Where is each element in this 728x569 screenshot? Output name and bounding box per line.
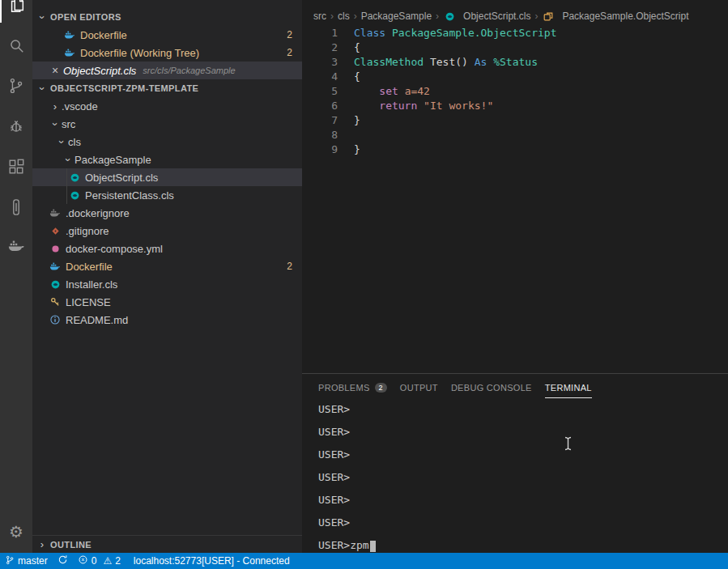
breadcrumb: src›cls›PackageSample›ObjectScript.cls›P…: [302, 6, 728, 26]
code-text: [338, 128, 354, 142]
activity-bar: ⚙: [0, 0, 32, 553]
activity-item-source-control[interactable]: [0, 71, 32, 104]
file-label: ObjectScript.cls: [85, 172, 158, 184]
breadcrumb-label: PackageSample.ObjectScript: [562, 11, 688, 22]
debug-icon: [7, 117, 25, 138]
file-item-persistentclass-cls[interactable]: PersistentClass.cls: [32, 186, 302, 204]
terminal-prompt: USER>: [318, 539, 350, 551]
problems-indicator[interactable]: 0 ⚠ 2: [78, 553, 124, 569]
file-label: README.md: [66, 314, 128, 326]
gear-icon: ⚙: [9, 523, 23, 541]
chevron-down-icon: ›: [56, 135, 68, 148]
breadcrumb-separator: ›: [354, 11, 357, 22]
files-icon: [8, 0, 26, 17]
file-item-dockerfile[interactable]: Dockerfile2: [32, 257, 302, 275]
breadcrumb-item-packagesample-objectscript[interactable]: PackageSample.ObjectScript: [542, 10, 688, 23]
file-label: PersistentClass.cls: [85, 189, 174, 202]
open-editors-header[interactable]: › OPEN EDITORS: [32, 8, 302, 26]
activity-item-search[interactable]: [0, 31, 32, 63]
file-item-gitignore[interactable]: .gitignore: [32, 222, 302, 240]
file-item-dockerignore[interactable]: .dockerignore: [32, 204, 302, 222]
terminal-output[interactable]: USER>USER>USER>USER>USER>USER>USER>zpm: [302, 398, 728, 557]
tab-problems[interactable]: PROBLEMS2: [318, 381, 387, 398]
search-icon: [7, 36, 25, 57]
code-line[interactable]: 2{: [302, 40, 728, 55]
code-line[interactable]: 9}: [302, 142, 728, 157]
tab-label: OUTPUT: [400, 383, 438, 393]
activity-item-files[interactable]: [0, 0, 32, 23]
code-line[interactable]: 8: [302, 128, 728, 142]
problems-count-badge: 2: [375, 383, 387, 393]
workspace-section-header[interactable]: › OBJECTSCRIPT-ZPM-TEMPLATE: [32, 79, 302, 97]
branch-indicator[interactable]: master: [5, 553, 48, 569]
code-line[interactable]: 7}: [302, 113, 728, 128]
file-item-objectscript-cls[interactable]: ObjectScript.cls: [32, 168, 302, 186]
error-count: 0: [92, 555, 97, 567]
chevron-right-icon: ›: [36, 538, 49, 550]
line-number: 5: [302, 84, 338, 99]
status-bar: master 0 ⚠ 2 localhost:52773[USER] - Con…: [0, 553, 728, 569]
file-item-readme-md[interactable]: README.md: [32, 311, 302, 329]
intersystems-icon: [7, 198, 25, 219]
chevron-down-icon: ›: [36, 82, 49, 95]
activity-item-extensions[interactable]: [0, 152, 32, 185]
docker-file-icon: [49, 260, 62, 273]
sync-button[interactable]: [57, 553, 68, 569]
warning-icon: ⚠: [103, 556, 112, 566]
breadcrumb-item-src[interactable]: src: [313, 11, 326, 22]
vscode-window: ⚙ › OPEN EDITORS Dockerfile2Dockerfile (…: [0, 0, 728, 569]
activity-item-intersystems[interactable]: [0, 193, 32, 225]
tab-label: DEBUG CONSOLE: [451, 383, 532, 393]
problems-badge: 2: [287, 47, 292, 58]
activity-item-gear[interactable]: ⚙: [0, 516, 32, 548]
code-line[interactable]: 3ClassMethod Test() As %Status: [302, 55, 728, 70]
line-number: 4: [302, 70, 338, 84]
code-editor[interactable]: 1Class PackageSample.ObjectScript2{3Clas…: [302, 26, 728, 157]
outline-header[interactable]: › OUTLINE: [32, 535, 302, 553]
git-branch-icon: [5, 554, 15, 568]
code-line[interactable]: 6 return "It works!": [302, 99, 728, 113]
open-editor-item-dockerfile[interactable]: Dockerfile2: [32, 26, 302, 44]
tab-debug-console[interactable]: DEBUG CONSOLE: [451, 381, 532, 398]
breadcrumb-separator: ›: [436, 11, 439, 22]
tab-output[interactable]: OUTPUT: [400, 381, 438, 398]
file-item-installer-cls[interactable]: Installer.cls: [32, 275, 302, 293]
code-line[interactable]: 1Class PackageSample.ObjectScript: [302, 26, 728, 40]
tab-terminal[interactable]: TERMINAL: [545, 381, 592, 398]
file-label: docker-compose.yml: [66, 243, 163, 255]
open-editors-list: Dockerfile2Dockerfile (Working Tree)2×Ob…: [32, 26, 302, 79]
code-text: ClassMethod Test() As %Status: [338, 55, 538, 70]
license-file-icon: [49, 295, 62, 308]
terminal-line: USER>: [318, 398, 728, 421]
open-editor-item-objectscript-cls[interactable]: ×ObjectScript.clssrc/cls/PackageSample: [32, 62, 302, 79]
breadcrumb-item-packagesample[interactable]: PackageSample: [361, 11, 432, 22]
breadcrumb-separator: ›: [534, 11, 538, 22]
file-item-license[interactable]: LICENSE: [32, 293, 302, 311]
server-connection[interactable]: localhost:52773[USER] - Connected: [134, 553, 290, 569]
close-icon[interactable]: ×: [47, 65, 63, 76]
folder-item-cls[interactable]: ›cls: [32, 133, 302, 151]
line-number: 3: [302, 55, 338, 70]
activity-item-debug[interactable]: [0, 112, 32, 144]
activity-item-docker[interactable]: [0, 231, 32, 264]
open-editors-title: OPEN EDITORS: [50, 12, 121, 22]
code-line[interactable]: 4{: [302, 70, 728, 84]
folder-item-src[interactable]: ›src: [32, 115, 302, 133]
class-symbol-icon: [542, 10, 555, 23]
code-line[interactable]: 5 set a=42: [302, 84, 728, 99]
folder-item-vscode[interactable]: ›.vscode: [32, 97, 302, 115]
mouse-cursor-ibeam: [564, 436, 573, 451]
sync-icon: [57, 554, 68, 567]
breadcrumb-item-objectscript-cls[interactable]: ObjectScript.cls: [443, 10, 530, 23]
folder-label: .vscode: [62, 100, 98, 113]
file-item-docker-compose-yml[interactable]: docker-compose.yml: [32, 240, 302, 257]
chevron-down-icon: ›: [49, 117, 62, 130]
folder-label: cls: [68, 136, 81, 148]
breadcrumb-item-cls[interactable]: cls: [338, 11, 350, 22]
folder-item-packagesample[interactable]: ›PackageSample: [32, 151, 302, 168]
open-editor-item-dockerfile-working-tree[interactable]: Dockerfile (Working Tree)2: [32, 44, 302, 62]
terminal-line: USER>: [318, 489, 728, 512]
line-number: 9: [302, 142, 338, 157]
file-label: .dockerignore: [66, 207, 130, 219]
error-icon: [78, 554, 88, 567]
